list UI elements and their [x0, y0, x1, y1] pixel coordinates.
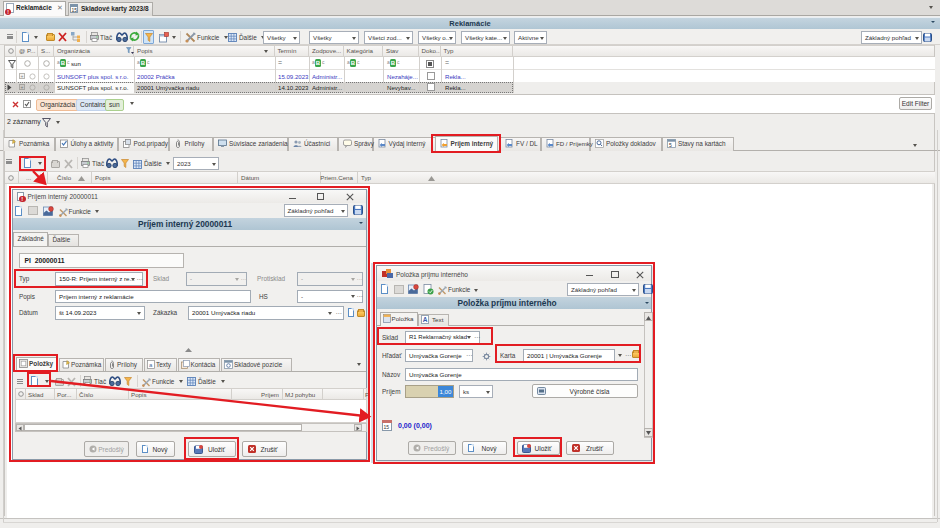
svg-text:5: 5 [669, 142, 672, 148]
